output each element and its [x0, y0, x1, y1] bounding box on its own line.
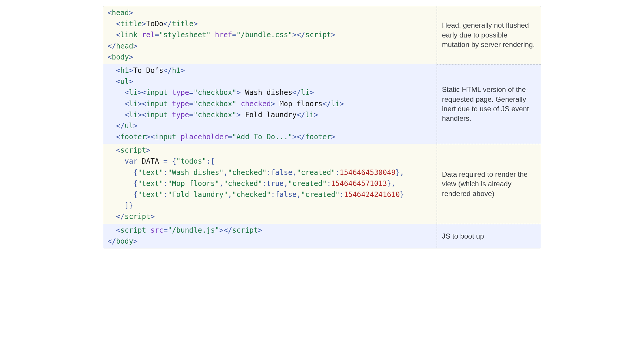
code-token: >: [331, 133, 335, 141]
code-token: :[: [206, 157, 215, 165]
code-token: </: [223, 226, 232, 234]
code-token: <: [116, 146, 120, 154]
code-token: :: [262, 179, 266, 188]
code-token: </: [297, 111, 305, 119]
code-token: >: [129, 66, 133, 75]
code-token: "checkbox": [193, 100, 237, 108]
code-token: <: [116, 31, 120, 39]
code-token: h1: [172, 66, 181, 75]
code-token: >: [181, 66, 185, 75]
code-token: =: [189, 88, 193, 97]
code-token: input: [146, 100, 168, 108]
code-token: <: [125, 100, 129, 108]
code-token: >: [292, 133, 296, 141]
code-token: >: [133, 237, 137, 245]
code-token: },: [387, 179, 396, 188]
code-token: "todos": [176, 157, 206, 165]
code-token: ,: [228, 190, 232, 199]
code-token: false: [271, 168, 292, 177]
code-token: [107, 168, 133, 177]
code-token: [107, 201, 125, 210]
code-token: "created": [297, 168, 335, 177]
code-token: {: [172, 157, 176, 165]
code-token: "checkbox": [193, 88, 237, 97]
code-token: script: [120, 146, 146, 154]
code-token: title: [120, 20, 142, 28]
code-token: >: [237, 88, 241, 97]
code-token: "stylesheet": [159, 31, 210, 39]
code-token: >: [137, 100, 142, 108]
code-token: <: [107, 9, 112, 17]
code-token: "checked": [228, 168, 267, 177]
code-token: head: [116, 42, 133, 50]
code-token: ul: [125, 122, 133, 130]
code-token: true: [267, 179, 284, 188]
code-token: [107, 157, 125, 165]
code-token: >: [331, 31, 335, 39]
code-token: >: [146, 133, 150, 141]
code-token: [107, 111, 125, 119]
code-token: >: [340, 100, 344, 108]
code-token: :: [267, 168, 271, 177]
code-token: Fold laundry: [241, 111, 297, 119]
code-token: li: [129, 111, 137, 119]
code-token: li: [331, 100, 340, 108]
code-token: "Add To Do...": [232, 133, 292, 141]
code-token: =: [163, 157, 168, 165]
code-token: "checkbox": [193, 111, 237, 119]
code-token: "Fold laundry": [168, 190, 228, 199]
annotated-code-figure: <head> <title>ToDo</title> <link rel="st…: [103, 6, 541, 248]
code-token: :: [340, 190, 344, 199]
code-token: [176, 133, 180, 141]
code-token: </: [116, 212, 125, 221]
code-token: </: [107, 42, 116, 50]
code-token: ,: [219, 179, 223, 188]
code-block: <h1>To Do’s</h1> <ul> <li><input type="c…: [103, 64, 437, 144]
code-token: "Mop floors": [168, 179, 219, 188]
code-token: "text": [137, 168, 163, 177]
code-token: script: [305, 31, 331, 39]
code-token: "/bundle.js": [168, 226, 219, 234]
code-token: "text": [137, 190, 163, 199]
code-token: "checked": [223, 179, 262, 188]
code-block: <script> var DATA = {"todos":[ {"text":"…: [103, 144, 437, 223]
code-token: >: [292, 31, 296, 39]
code-token: </: [107, 237, 116, 245]
code-token: >: [271, 100, 275, 108]
code-token: :: [163, 190, 168, 199]
code-token: type: [172, 111, 189, 119]
code-token: li: [301, 88, 310, 97]
code-token: [137, 31, 142, 39]
code-token: 1546464530049: [340, 168, 396, 177]
code-token: DATA: [137, 157, 163, 165]
code-token: li: [129, 100, 137, 108]
code-token: {: [133, 179, 137, 188]
code-token: >: [193, 20, 198, 28]
code-token: placeholder: [181, 133, 228, 141]
code-token: <: [116, 20, 120, 28]
code-token: >: [129, 77, 133, 86]
code-token: :: [271, 190, 275, 199]
code-token: ,: [292, 168, 296, 177]
code-token: =: [155, 31, 159, 39]
code-token: type: [172, 88, 189, 97]
code-token: =: [163, 226, 168, 234]
code-token: input: [146, 111, 168, 119]
code-token: li: [129, 88, 137, 97]
code-token: =: [189, 100, 193, 108]
code-token: </: [163, 66, 172, 75]
code-token: >: [314, 111, 318, 119]
code-token: <: [116, 133, 120, 141]
code-token: ]}: [125, 201, 133, 210]
code-token: =: [232, 31, 236, 39]
code-token: [168, 157, 172, 165]
code-token: >: [133, 42, 137, 50]
code-token: checked: [241, 100, 271, 108]
code-token: Wash dishes: [241, 88, 292, 97]
code-token: [107, 122, 116, 130]
code-token: ToDo: [146, 20, 163, 28]
code-token: [211, 31, 215, 39]
code-token: :: [327, 179, 331, 188]
code-token: "checked": [232, 190, 271, 199]
code-token: [107, 66, 116, 75]
